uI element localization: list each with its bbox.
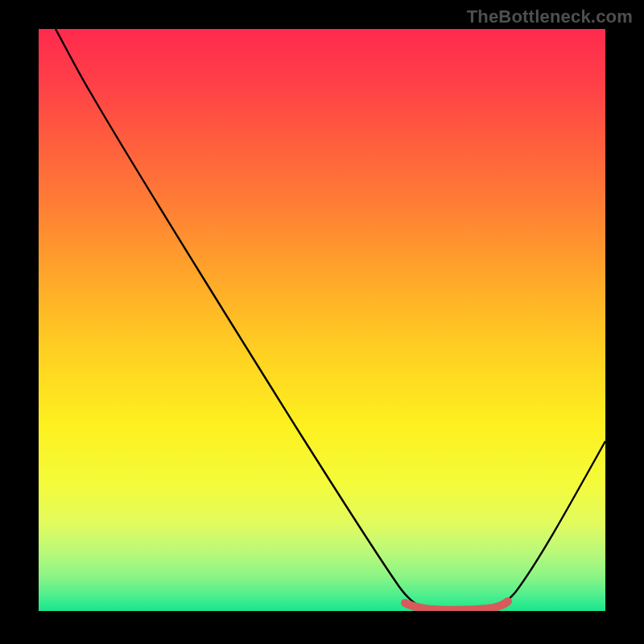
bottleneck-curve [56, 29, 605, 610]
watermark-text: TheBottleneck.com [467, 6, 633, 27]
plot-area [39, 29, 605, 611]
flat-bottom-highlight [405, 601, 508, 610]
chart-frame: TheBottleneck.com [0, 0, 644, 644]
curve-svg [39, 29, 605, 611]
